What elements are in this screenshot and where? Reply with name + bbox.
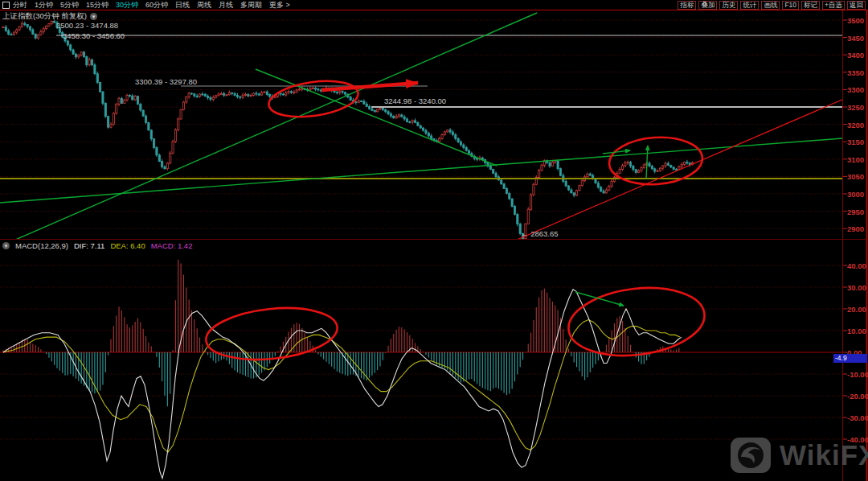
candle	[662, 166, 664, 168]
price-level-label: ← 2863.65	[521, 229, 558, 238]
macd-dif-value: DIF: 7.11	[74, 241, 104, 250]
price-axis-label: 3400	[847, 51, 864, 60]
timeframe-item-11[interactable]: 更多 >	[269, 0, 290, 10]
candle	[96, 74, 98, 83]
candle	[13, 32, 14, 35]
macd-axis-label: -10.00	[847, 370, 868, 379]
price-axis-label: 3050	[847, 172, 864, 181]
candle	[298, 89, 300, 90]
candle	[517, 215, 518, 224]
candle	[649, 163, 650, 166]
candle	[196, 96, 198, 97]
trend-line[interactable]	[8, 13, 537, 243]
candle	[452, 132, 453, 134]
candle	[94, 65, 96, 74]
candle	[589, 174, 591, 175]
candle	[377, 109, 379, 112]
candle	[441, 135, 443, 139]
candle	[48, 23, 50, 26]
candle	[231, 92, 233, 93]
timeframe-item-3[interactable]: 5分钟	[60, 0, 79, 10]
candle	[557, 161, 559, 169]
candle	[689, 163, 690, 165]
candle	[244, 94, 246, 95]
candle	[32, 30, 34, 34]
candle	[156, 148, 158, 155]
candle	[236, 95, 238, 97]
candle	[463, 145, 465, 148]
candle	[395, 117, 397, 118]
candle	[190, 93, 192, 94]
candle	[309, 88, 311, 90]
toolbar-item-8[interactable]: +自选	[822, 1, 845, 10]
candle	[559, 169, 561, 176]
macd-macd-value: MACD: 1.42	[151, 241, 193, 250]
candle	[248, 94, 249, 96]
timeframe-item-8[interactable]: 周线	[197, 0, 211, 10]
candle	[288, 92, 289, 92]
macd-axis-label: 30.00	[847, 283, 866, 292]
toolbar-item-3[interactable]: 历史	[719, 1, 738, 10]
timeframe-menu: 分时1分钟5分钟15分钟30分钟60分钟日线周线月线多周期更多 >	[13, 0, 290, 10]
candle	[390, 114, 391, 117]
toolbar-item-4[interactable]: 统计	[740, 1, 759, 10]
macd-axis-label: -30.00	[847, 413, 868, 422]
candle	[100, 82, 101, 92]
annotation-green-arrow[interactable]	[646, 146, 648, 179]
candle	[686, 162, 688, 163]
toolbar-item-1[interactable]: 指标	[678, 1, 696, 10]
candle	[633, 166, 634, 170]
candle	[509, 194, 510, 199]
toolbar-item-2[interactable]: 叠加	[698, 1, 717, 10]
candle	[465, 148, 467, 151]
indicator-settings-icon[interactable]: ▾	[2, 242, 10, 249]
candle	[344, 92, 346, 94]
candle	[455, 134, 457, 138]
annotation-ellipse[interactable]	[267, 76, 361, 121]
price-level-label: 3500.23 - 3474.88	[56, 21, 118, 30]
price-level-label: 3300.39 - 3297.80	[135, 77, 197, 86]
candle	[533, 184, 534, 195]
topbar: 分时1分钟5分钟15分钟30分钟60分钟日线周线月线多周期更多 > 指标叠加历史…	[0, 0, 868, 10]
candle	[605, 190, 607, 193]
timeframe-item-5[interactable]: 30分钟	[116, 0, 138, 10]
candle	[67, 41, 68, 45]
candle	[269, 94, 271, 96]
candle	[431, 136, 432, 139]
annotation-ellipse[interactable]	[565, 281, 709, 363]
candle	[182, 102, 184, 109]
chart-title: 上证指数(30分钟 前复权) ▾	[2, 11, 97, 22]
candle	[678, 166, 680, 169]
toolbar-item-7[interactable]: 标记	[801, 1, 820, 10]
candle	[110, 125, 112, 128]
toolbar-item-9[interactable]: 返回	[847, 1, 866, 10]
timeframe-item-2[interactable]: 1分钟	[35, 0, 53, 10]
price-axis-label: 2950	[847, 208, 864, 216]
timeframe-item-4[interactable]: 15分钟	[86, 0, 108, 10]
candle	[683, 162, 685, 165]
timeframe-item-7[interactable]: 日线	[175, 0, 190, 10]
timeframe-item-10[interactable]: 多周期	[240, 0, 262, 10]
candle	[477, 158, 478, 159]
toolbar-item-5[interactable]: 画线	[761, 1, 780, 10]
candle	[406, 119, 407, 121]
toolbar-item-6[interactable]: F10	[782, 1, 799, 10]
candle	[10, 35, 12, 35]
candle	[449, 130, 451, 132]
candle	[468, 150, 469, 154]
candle	[403, 117, 405, 119]
annotation-ellipse[interactable]	[203, 302, 340, 366]
collapse-indicator-icon[interactable]: ▾	[90, 13, 97, 20]
timeframe-item-6[interactable]: 60分钟	[145, 0, 168, 10]
candle	[597, 183, 599, 187]
timeframe-item-9[interactable]: 月线	[219, 0, 233, 10]
wikifx-eagle-logo-icon	[730, 437, 772, 474]
candle	[210, 98, 211, 100]
candle	[379, 108, 381, 109]
candle	[261, 92, 263, 95]
candle	[635, 170, 637, 173]
annotation-green-arrow[interactable]	[575, 292, 624, 306]
trend-line[interactable]	[0, 138, 842, 203]
timeframe-item-1[interactable]: 分时	[13, 0, 27, 10]
window-icon[interactable]	[2, 2, 10, 9]
